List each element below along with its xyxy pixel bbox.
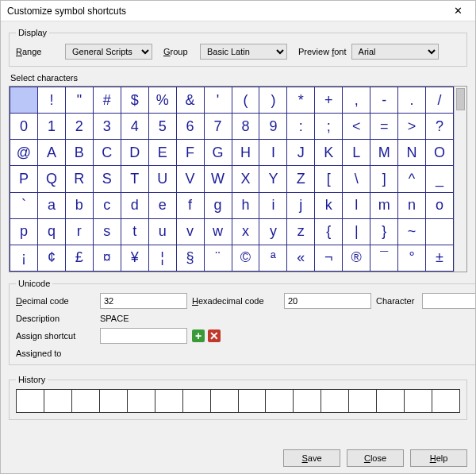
char-cell[interactable]: ¥ — [121, 245, 148, 271]
char-cell[interactable]: S — [93, 166, 121, 192]
remove-shortcut-icon[interactable]: ✕ — [208, 329, 221, 342]
char-cell[interactable]: q — [37, 218, 65, 245]
char-cell[interactable]: 8 — [232, 114, 259, 140]
history-cell[interactable] — [44, 390, 72, 412]
history-cells[interactable] — [16, 389, 460, 413]
char-cell[interactable]: / — [426, 87, 454, 114]
char-cell[interactable]: x — [232, 218, 259, 245]
char-cell[interactable] — [10, 87, 38, 114]
char-cell[interactable]: ] — [370, 166, 398, 192]
char-cell[interactable]: A — [37, 140, 65, 166]
char-cell[interactable]: ) — [259, 87, 287, 114]
char-cell[interactable]: ; — [315, 114, 343, 140]
char-cell[interactable]: d — [121, 192, 148, 218]
char-cell[interactable]: n — [398, 192, 426, 218]
char-cell[interactable]: g — [204, 192, 232, 218]
char-cell[interactable]: D — [121, 140, 148, 166]
char-cell[interactable]: ° — [398, 245, 426, 271]
char-cell[interactable]: > — [398, 114, 426, 140]
history-cell[interactable] — [239, 390, 267, 412]
scrollbar-thumb[interactable] — [456, 88, 465, 110]
char-cell[interactable]: w — [204, 218, 232, 245]
char-cell[interactable]: B — [65, 140, 93, 166]
char-cell[interactable]: ^ — [398, 166, 426, 192]
history-cell[interactable] — [432, 390, 459, 412]
char-cell[interactable]: U — [148, 166, 176, 192]
char-cell[interactable]: J — [287, 140, 315, 166]
char-cell[interactable]: _ — [426, 166, 454, 192]
char-cell[interactable]: L — [343, 140, 370, 166]
char-cell[interactable]: ¤ — [93, 245, 121, 271]
char-cell[interactable]: 1 — [37, 114, 65, 140]
char-cell[interactable]: X — [232, 166, 259, 192]
char-cell[interactable]: ¡ — [10, 245, 38, 271]
char-cell[interactable]: b — [65, 192, 93, 218]
char-cell[interactable]: ! — [37, 87, 65, 114]
char-cell[interactable]: } — [370, 218, 398, 245]
char-cell[interactable]: a — [37, 192, 65, 218]
close-icon[interactable]: ✕ — [442, 2, 474, 21]
char-cell[interactable]: m — [370, 192, 398, 218]
char-cell[interactable]: @ — [10, 140, 38, 166]
char-cell[interactable]: K — [315, 140, 343, 166]
char-cell[interactable]: % — [148, 87, 176, 114]
char-cell[interactable]: ± — [426, 245, 454, 271]
character-grid[interactable]: !"#$%&'()*+,-./0123456789:;<=>?@ABCDEFGH… — [10, 87, 454, 272]
char-cell[interactable]: p — [10, 218, 38, 245]
char-cell[interactable]: 0 — [10, 114, 38, 140]
char-cell[interactable]: 3 — [93, 114, 121, 140]
char-cell[interactable]: = — [370, 114, 398, 140]
char-cell[interactable]: £ — [65, 245, 93, 271]
char-cell[interactable]: | — [343, 218, 370, 245]
add-shortcut-icon[interactable]: + — [192, 329, 205, 342]
char-cell[interactable]: ® — [343, 245, 370, 271]
char-cell[interactable]: N — [398, 140, 426, 166]
save-button[interactable]: Save — [283, 449, 340, 467]
char-cell[interactable]: § — [176, 245, 204, 271]
range-select[interactable]: General Scripts — [65, 44, 152, 60]
history-cell[interactable] — [321, 390, 349, 412]
char-cell[interactable]: : — [287, 114, 315, 140]
char-cell[interactable]: ¢ — [37, 245, 65, 271]
char-cell[interactable]: k — [315, 192, 343, 218]
char-cell[interactable]: ¬ — [315, 245, 343, 271]
history-cell[interactable] — [183, 390, 211, 412]
char-cell[interactable]: h — [232, 192, 259, 218]
char-cell[interactable]: ¨ — [204, 245, 232, 271]
history-cell[interactable] — [72, 390, 100, 412]
char-cell[interactable]: 9 — [259, 114, 287, 140]
char-cell[interactable]: M — [370, 140, 398, 166]
char-cell[interactable]: { — [315, 218, 343, 245]
history-cell[interactable] — [405, 390, 432, 412]
assign-shortcut-input[interactable] — [100, 328, 187, 344]
char-cell[interactable]: P — [10, 166, 38, 192]
char-cell[interactable]: G — [204, 140, 232, 166]
char-cell[interactable]: O — [426, 140, 454, 166]
char-cell[interactable]: ~ — [398, 218, 426, 245]
char-cell[interactable]: [ — [315, 166, 343, 192]
char-cell[interactable]: r — [65, 218, 93, 245]
history-cell[interactable] — [266, 390, 294, 412]
close-button[interactable]: Close — [347, 449, 404, 467]
char-cell[interactable]: f — [176, 192, 204, 218]
char-cell[interactable]: C — [93, 140, 121, 166]
group-select[interactable]: Basic Latin — [200, 44, 287, 60]
history-cell[interactable] — [349, 390, 377, 412]
char-cell[interactable]: * — [287, 87, 315, 114]
char-cell[interactable]: Z — [287, 166, 315, 192]
char-cell[interactable]: ( — [232, 87, 259, 114]
char-cell[interactable]: + — [315, 87, 343, 114]
char-cell[interactable]: i — [259, 192, 287, 218]
history-cell[interactable] — [100, 390, 128, 412]
char-cell[interactable]: u — [148, 218, 176, 245]
char-cell[interactable]: o — [426, 192, 454, 218]
char-cell[interactable]: Q — [37, 166, 65, 192]
history-cell[interactable] — [155, 390, 183, 412]
char-cell[interactable]: © — [232, 245, 259, 271]
char-cell[interactable]: t — [121, 218, 148, 245]
char-cell[interactable]: E — [148, 140, 176, 166]
history-cell[interactable] — [211, 390, 239, 412]
history-cell[interactable] — [128, 390, 155, 412]
char-cell[interactable]: ? — [426, 114, 454, 140]
char-cell[interactable]: ` — [10, 192, 38, 218]
